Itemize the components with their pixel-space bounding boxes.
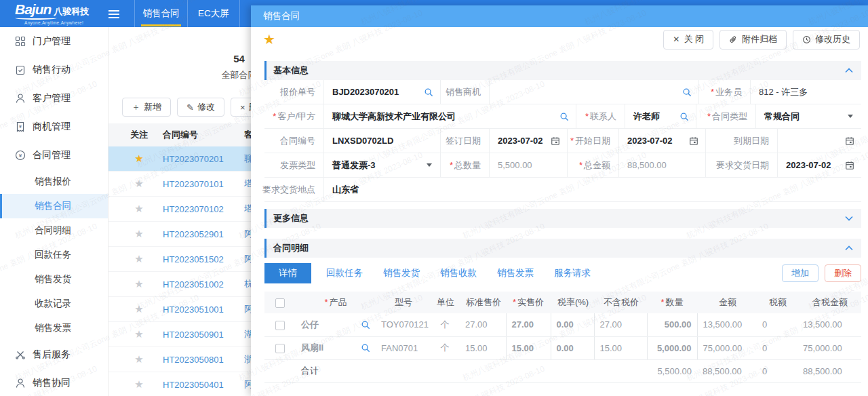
chevron-up-icon[interactable] (845, 245, 853, 251)
calendar-icon[interactable] (551, 136, 560, 146)
sidebar-item-sales-collab[interactable]: 销售协同 (0, 369, 108, 396)
contract-type-select[interactable]: 常规合同 (756, 104, 861, 128)
sidebar-item-opportunity[interactable]: ¥ 商机管理 (0, 113, 108, 141)
star-icon[interactable]: ★ (122, 178, 156, 190)
star-icon[interactable]: ★ (122, 253, 156, 265)
sidebar-item-sales-action[interactable]: 销售行动 (0, 56, 108, 84)
section-basic-info[interactable]: 基本信息 (264, 61, 861, 80)
contract-number-link[interactable]: HT2023052901 (156, 229, 237, 239)
sidebar-item-sales-invoice[interactable]: 销售发票 (0, 316, 108, 340)
delivery-place-field[interactable]: 山东省 (324, 178, 861, 201)
search-icon[interactable] (679, 112, 689, 121)
sidebar-item-sales-delivery[interactable]: 销售发货 (0, 267, 108, 292)
section-more-info[interactable]: 更多信息 (264, 209, 861, 228)
row-checkbox[interactable] (275, 321, 285, 330)
chevron-up-icon[interactable] (845, 68, 853, 73)
field-label: 报价单号 (264, 80, 324, 104)
star-icon[interactable]: ★ (122, 228, 156, 240)
tax-rate-cell[interactable]: 0.00 (551, 336, 594, 359)
sidebar-item-portal[interactable]: 门户管理 (0, 27, 108, 56)
product-name: 风扇II (301, 342, 323, 354)
row-delete-button[interactable]: 删除 (825, 264, 861, 282)
start-date-field[interactable]: 2023-07-02 (619, 129, 706, 153)
detail-tab[interactable]: 销售发票 (497, 263, 534, 283)
delivery-date-field[interactable]: 2023-07-02 (778, 153, 861, 177)
search-icon[interactable] (424, 87, 433, 97)
star-icon[interactable]: ★ (122, 153, 156, 165)
detail-tab[interactable]: 详情 (264, 263, 311, 283)
contract-number-link[interactable]: HT2023051502 (156, 254, 237, 264)
close-button[interactable]: ✕关 闭 (663, 30, 713, 50)
detail-column-header: *数量 (647, 292, 697, 313)
search-icon[interactable] (682, 87, 692, 97)
calendar-icon[interactable] (845, 161, 854, 170)
detail-tab[interactable]: 回款任务 (326, 263, 363, 283)
invoice-type-select[interactable]: 普通发票-3 (324, 153, 441, 177)
contract-number-link[interactable]: HT2023070201 (156, 154, 237, 164)
tax-rate-cell[interactable]: 0.00 (551, 313, 594, 336)
qty-cell[interactable]: 5,000.00 (647, 336, 697, 359)
add-button[interactable]: ＋新增 (122, 98, 171, 117)
contract-number-link[interactable]: HT2023050801 (156, 355, 237, 365)
detail-tab[interactable]: 服务请求 (554, 263, 591, 283)
detail-tab[interactable]: 销售收款 (440, 263, 477, 283)
field-label: *总金额 (568, 153, 619, 177)
sidebar-item-customer[interactable]: 客户管理 (0, 84, 108, 113)
opportunity-field[interactable] (490, 80, 699, 104)
sell-price-cell[interactable]: 15.00 (506, 336, 551, 359)
customer-field[interactable]: 聊城大学高新技术产业有限公司 (324, 104, 576, 128)
star-icon[interactable]: ★ (122, 353, 156, 365)
contract-number-link[interactable]: HT2023051002 (156, 279, 237, 290)
contract-number-link[interactable]: HT2023070102 (156, 204, 237, 214)
sidebar-item-sales-quote[interactable]: 销售报价 (0, 170, 108, 194)
row-add-button[interactable]: 增加 (782, 264, 818, 282)
star-icon[interactable]: ★ (122, 203, 156, 215)
detail-tab[interactable]: 销售发货 (383, 263, 420, 283)
section-contract-detail[interactable]: 合同明细 (264, 239, 861, 258)
top-tab[interactable]: 销售合同 (134, 0, 187, 27)
attachment-archive-button[interactable]: 附件归档 (719, 30, 787, 50)
row-checkbox[interactable] (275, 344, 285, 353)
sidebar-item-contract[interactable]: ¥ 合同管理 (0, 141, 108, 170)
search-icon[interactable] (361, 343, 370, 353)
select-all-checkbox[interactable] (275, 298, 285, 308)
sell-price-cell[interactable]: 27.00 (506, 313, 551, 336)
sidebar-item-contract-detail[interactable]: 合同明细 (0, 218, 108, 243)
star-icon[interactable]: ★ (122, 378, 156, 391)
menu-toggle-icon[interactable] (108, 1, 129, 27)
salesman-field[interactable]: 812 - 许三多 (751, 80, 861, 104)
sidebar-item-sales-contract[interactable]: 销售合同 (0, 194, 108, 218)
chevron-down-icon[interactable] (845, 216, 853, 221)
calendar-icon[interactable] (845, 136, 854, 146)
sidebar-item-receipt-record[interactable]: 收款记录 (0, 292, 108, 316)
star-icon[interactable]: ★ (122, 328, 156, 340)
detail-table-row: 风扇II FAN0701 个 15.00 15.00 0.00 15.00 5,… (264, 336, 861, 359)
contract-no-field[interactable]: LNXSD0702LD (324, 129, 441, 153)
calendar-icon[interactable] (689, 136, 698, 146)
contract-number-link[interactable]: HT2023070101 (156, 179, 237, 189)
top-tab[interactable]: EC大屏 (187, 0, 240, 27)
field-label: *合同类型 (696, 104, 756, 128)
sign-date-field[interactable]: 2023-07-02 (490, 129, 568, 153)
contract-number-link[interactable]: HT2023050901 (156, 330, 237, 340)
sidebar-item-after-sales[interactable]: 售后服务 (0, 340, 108, 369)
person-icon (15, 378, 26, 389)
contact-field[interactable]: 许老师 (625, 104, 696, 128)
form-row-5: 要求交货地点 山东省 (264, 178, 861, 202)
modify-history-button[interactable]: 修改历史 (793, 30, 860, 50)
favorite-star-icon[interactable]: ★ (263, 33, 275, 46)
star-icon[interactable]: ★ (122, 303, 156, 315)
quote-no-field[interactable]: BJD2023070201 (324, 80, 441, 104)
star-icon[interactable]: ★ (122, 278, 156, 290)
contract-number-link[interactable]: HT2023051001 (156, 304, 237, 315)
contract-number-link[interactable]: HT2023050401 (156, 380, 237, 390)
search-icon[interactable] (361, 320, 370, 330)
search-icon[interactable] (559, 112, 569, 121)
field-label: 要求交货地点 (264, 178, 324, 201)
sidebar-item-payment-task[interactable]: 回款任务 (0, 243, 108, 267)
qty-cell[interactable]: 500.00 (647, 313, 697, 336)
form-row-2: *客户/甲方 聊城大学高新技术产业有限公司 *联系人 许老师 *合同类型 常规合… (264, 104, 861, 129)
end-date-field[interactable] (778, 129, 861, 153)
edit-button[interactable]: ✎修改 (177, 98, 224, 117)
contract-detail-drawer: 销售合同 ★ ✕关 闭 附件归档 修改历史 基本信息 (251, 5, 868, 396)
